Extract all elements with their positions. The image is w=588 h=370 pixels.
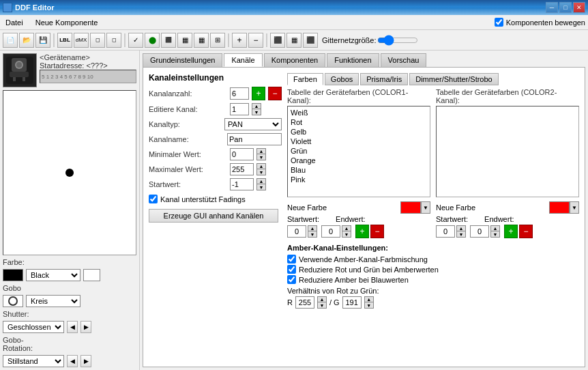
remove-color1[interactable]: −	[370, 225, 384, 238]
startwert-kanal-input[interactable]	[230, 178, 254, 190]
remove-color2[interactable]: −	[519, 225, 533, 238]
color-table-col2-list[interactable]	[436, 106, 579, 197]
tab-komponenten[interactable]: Komponenten	[264, 53, 326, 67]
add-color2[interactable]: +	[504, 225, 518, 238]
amber-cb2[interactable]	[287, 265, 296, 274]
tab-funktionen[interactable]: Funktionen	[327, 53, 379, 67]
editiere-kanal-up[interactable]: ▲	[252, 103, 261, 109]
color-drop1-btn[interactable]: ▼	[421, 201, 430, 214]
startwert-down2[interactable]: ▼	[456, 231, 466, 238]
startwert-up1[interactable]: ▲	[308, 225, 317, 231]
color-drop2-btn[interactable]: ▼	[570, 201, 579, 214]
color-item-blau[interactable]: Blau	[289, 165, 428, 175]
grid-size-slider[interactable]	[377, 35, 418, 46]
toolbar-btn7[interactable]: ▦	[177, 33, 192, 48]
color-item-violett[interactable]: Violett	[289, 137, 428, 146]
startwert-up2[interactable]: ▲	[456, 225, 466, 231]
editiere-kanal-input[interactable]	[230, 103, 249, 115]
gobo-select[interactable]: Kreis	[26, 295, 80, 307]
subtab-prisma[interactable]: Prisma/Iris	[360, 73, 408, 85]
close-button[interactable]: ✕	[573, 2, 585, 13]
minimize-button[interactable]: ─	[546, 2, 558, 13]
toolbar-wide[interactable]: ⬛	[303, 33, 318, 48]
kanalanzahl-remove[interactable]: −	[268, 87, 282, 100]
tab-vorschau[interactable]: Vorschau	[381, 53, 427, 67]
kanalname-input[interactable]	[227, 133, 282, 145]
maximize-button[interactable]: □	[559, 2, 572, 13]
endwert-input2[interactable]	[470, 225, 489, 238]
max-wert-down[interactable]: ▼	[256, 169, 266, 175]
min-wert-up[interactable]: ▲	[256, 148, 266, 154]
startwert-kanal-up[interactable]: ▲	[256, 178, 266, 184]
shutter-prev[interactable]: ◀	[67, 321, 78, 333]
g-value-input[interactable]	[342, 296, 362, 309]
startwert-down1[interactable]: ▼	[308, 231, 317, 238]
toolbar-minus[interactable]: −	[248, 33, 263, 48]
rotation-prev[interactable]: ◀	[67, 355, 78, 367]
endwert-down2[interactable]: ▼	[490, 231, 500, 238]
toolbar-btn4[interactable]: ◻	[106, 33, 121, 48]
color-item-gelb[interactable]: Gelb	[289, 127, 428, 137]
startwert-input2[interactable]	[436, 225, 455, 238]
toolbar-circle[interactable]: ⬤	[145, 33, 160, 48]
startwert-input1[interactable]	[287, 225, 306, 238]
tab-grundeinstellungen[interactable]: Grundeinstellungen	[143, 53, 222, 67]
toolbar-lbl[interactable]: LBL	[57, 33, 72, 48]
max-wert-up[interactable]: ▲	[256, 163, 266, 169]
subtab-dimmer[interactable]: Dimmer/Shutter/Strobo	[409, 73, 498, 85]
gobo-rotation-select[interactable]: Stillstand	[3, 355, 64, 367]
subtab-farben[interactable]: Farben	[287, 73, 323, 85]
shutter-select[interactable]: Geschlossen	[3, 321, 64, 333]
g-down[interactable]: ▼	[364, 302, 374, 309]
editiere-kanal-row: Editiere Kanal: ▲ ▼	[149, 103, 282, 115]
toolbar-grid[interactable]: ▦	[286, 33, 302, 48]
color-item-weiss[interactable]: Weiß	[289, 108, 428, 117]
amber-cb1[interactable]	[287, 255, 296, 264]
r-value-input[interactable]	[295, 296, 314, 309]
color-item-gruen[interactable]: Grün	[289, 146, 428, 156]
toolbar-btn6[interactable]: ⬛	[161, 33, 176, 48]
color-item-rot[interactable]: Rot	[289, 117, 428, 127]
endwert-up2[interactable]: ▲	[490, 225, 500, 231]
toolbar-dmx[interactable]: dMX	[74, 33, 89, 48]
gobo-rotation-label: Gobo-Rotation:	[3, 336, 37, 352]
r-down[interactable]: ▼	[317, 302, 327, 309]
color-table-col1-list[interactable]: Weiß Rot Gelb Violett Grün Orange Blau P…	[287, 106, 430, 197]
endwert-input1[interactable]	[321, 225, 340, 238]
r-up[interactable]: ▲	[317, 296, 327, 302]
min-wert-down[interactable]: ▼	[256, 154, 266, 160]
toolbar-btn9[interactable]: ⊞	[210, 33, 225, 48]
komponenten-bewegen-checkbox[interactable]	[495, 18, 503, 27]
subtab-gobos[interactable]: Gobos	[325, 73, 359, 85]
kanal-fading-checkbox[interactable]	[149, 195, 158, 203]
kanaltyp-select[interactable]: PAN TILT COLOR DIMMER	[224, 118, 282, 130]
toolbar-btn8[interactable]: ▦	[194, 33, 209, 48]
add-color1[interactable]: +	[355, 225, 369, 238]
rotation-next[interactable]: ▶	[80, 355, 91, 367]
amber-cb3[interactable]	[287, 275, 296, 284]
generate-btn[interactable]: Erzeuge GUI anhand Kanälen	[149, 209, 278, 223]
toolbar-new[interactable]: 📄	[3, 33, 18, 48]
kanalanzahl-add[interactable]: +	[252, 87, 265, 100]
toolbar-check[interactable]: ✓	[128, 33, 143, 48]
toolbar-save[interactable]: 💾	[35, 33, 50, 48]
kanalanzahl-input[interactable]	[230, 87, 249, 100]
shutter-next[interactable]: ▶	[80, 321, 91, 333]
g-up[interactable]: ▲	[364, 296, 374, 302]
editiere-kanal-down[interactable]: ▼	[252, 109, 261, 115]
endwert-up1[interactable]: ▲	[342, 225, 351, 231]
startwert-kanal-down[interactable]: ▼	[256, 184, 266, 190]
min-wert-input[interactable]	[230, 148, 254, 160]
farbe-select[interactable]: Black	[26, 269, 80, 281]
toolbar-plus[interactable]: +	[232, 33, 247, 48]
toolbar-arrow[interactable]: ⬛	[270, 33, 285, 48]
color-item-pink[interactable]: Pink	[289, 175, 428, 184]
toolbar-btn3[interactable]: ◻	[90, 33, 105, 48]
endwert-down1[interactable]: ▼	[342, 231, 351, 238]
tab-kanaele[interactable]: Kanäle	[224, 53, 262, 67]
max-wert-input[interactable]	[230, 163, 254, 175]
menu-datei[interactable]: Datei	[3, 17, 26, 28]
menu-neue-komponente[interactable]: Neue Komponente	[33, 17, 101, 28]
toolbar-open[interactable]: 📂	[19, 33, 34, 48]
color-item-orange[interactable]: Orange	[289, 156, 428, 165]
